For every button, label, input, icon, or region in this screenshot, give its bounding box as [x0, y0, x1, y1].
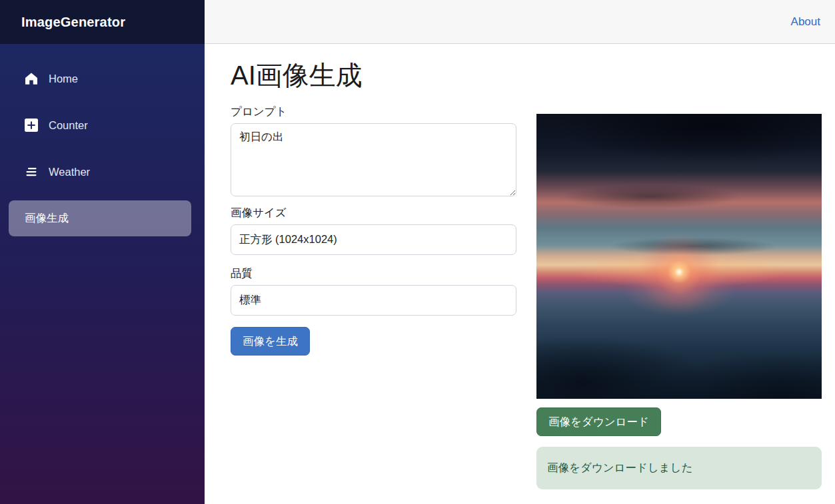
image-size-select[interactable]: 正方形 (1024x1024) [231, 224, 516, 255]
about-link[interactable]: About [791, 15, 820, 29]
page-content: AI画像生成 プロンプト 初日の出 画像サイズ 正方形 (1024x1024) … [205, 44, 835, 489]
prompt-label: プロンプト [231, 105, 516, 119]
sidebar: ImageGenerator Home Counter [0, 0, 205, 504]
quality-select[interactable]: 標準 [231, 285, 516, 316]
house-icon [25, 72, 38, 85]
image-size-value: 正方形 (1024x1024) [239, 232, 337, 247]
sidebar-item-label: 画像生成 [25, 211, 69, 226]
generate-image-button[interactable]: 画像を生成 [231, 327, 310, 356]
list-icon [25, 165, 38, 178]
quality-value: 標準 [239, 293, 261, 308]
sidebar-item-home[interactable]: Home [9, 63, 191, 94]
page-title: AI画像生成 [231, 59, 822, 91]
prompt-input[interactable]: 初日の出 [231, 123, 516, 196]
sidebar-item-weather[interactable]: Weather [9, 156, 191, 187]
generated-image [536, 114, 822, 399]
app-brand: ImageGenerator [21, 15, 125, 30]
alert-message: 画像をダウンロードしました [547, 461, 692, 473]
sidebar-item-image-generation[interactable]: 画像生成 [9, 200, 191, 236]
image-size-label: 画像サイズ [231, 206, 516, 220]
sidebar-item-label: Counter [49, 119, 88, 132]
generation-result: 画像をダウンロード 画像をダウンロードしました [536, 114, 822, 489]
top-bar: About [205, 0, 835, 44]
brand-bar: ImageGenerator [0, 0, 205, 44]
plus-square-icon [25, 119, 38, 132]
sidebar-item-label: Home [49, 73, 78, 85]
main-area: About AI画像生成 プロンプト 初日の出 画像サイズ 正方形 (1024x… [205, 0, 835, 504]
sidebar-nav: Home Counter Weather 画像生成 [0, 44, 205, 252]
quality-label: 品質 [231, 266, 516, 281]
generation-form: プロンプト 初日の出 画像サイズ 正方形 (1024x1024) 品質 標準 画… [231, 105, 516, 356]
download-image-button[interactable]: 画像をダウンロード [536, 407, 661, 436]
download-success-alert: 画像をダウンロードしました [536, 447, 822, 489]
sidebar-item-counter[interactable]: Counter [9, 110, 191, 140]
sidebar-item-label: Weather [49, 166, 90, 178]
